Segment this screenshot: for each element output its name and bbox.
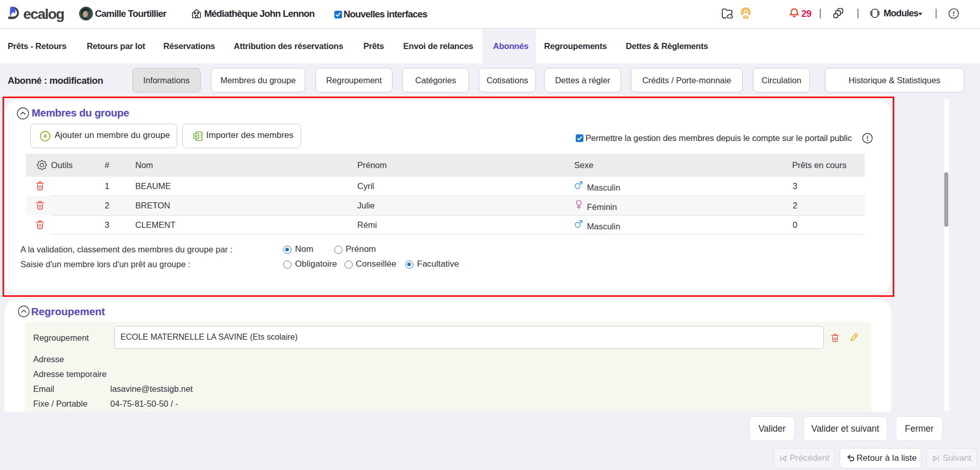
svg-text:ecalog: ecalog — [23, 6, 64, 22]
